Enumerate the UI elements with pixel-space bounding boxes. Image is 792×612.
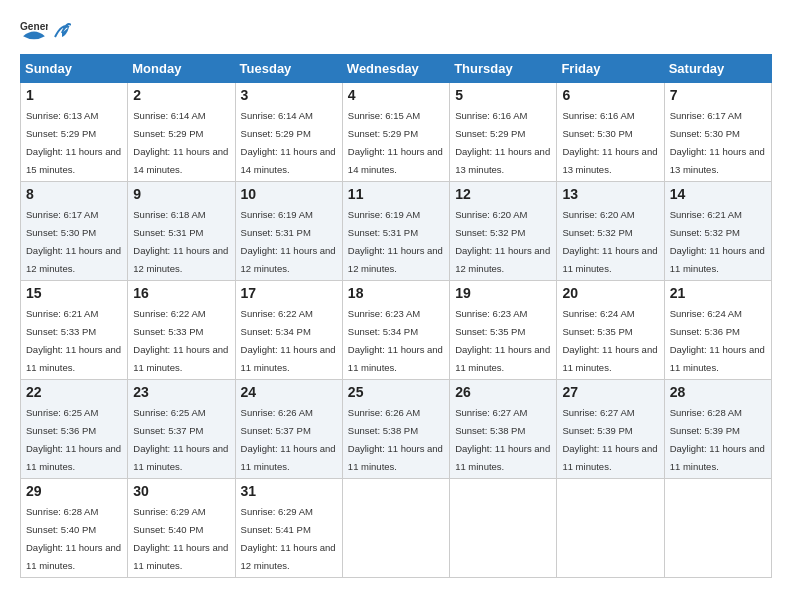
day-info: Sunrise: 6:29 AMSunset: 5:40 PMDaylight:… (133, 506, 228, 571)
day-number: 15 (26, 285, 122, 301)
calendar-cell: 16 Sunrise: 6:22 AMSunset: 5:33 PMDaylig… (128, 281, 235, 380)
day-info: Sunrise: 6:22 AMSunset: 5:34 PMDaylight:… (241, 308, 336, 373)
day-info: Sunrise: 6:18 AMSunset: 5:31 PMDaylight:… (133, 209, 228, 274)
calendar-week-row: 8 Sunrise: 6:17 AMSunset: 5:30 PMDayligh… (21, 182, 772, 281)
day-number: 2 (133, 87, 229, 103)
calendar-cell: 31 Sunrise: 6:29 AMSunset: 5:41 PMDaylig… (235, 479, 342, 578)
calendar-day-header: Thursday (450, 55, 557, 83)
calendar-cell: 19 Sunrise: 6:23 AMSunset: 5:35 PMDaylig… (450, 281, 557, 380)
day-info: Sunrise: 6:23 AMSunset: 5:35 PMDaylight:… (455, 308, 550, 373)
calendar-cell: 28 Sunrise: 6:28 AMSunset: 5:39 PMDaylig… (664, 380, 771, 479)
calendar-header-row: SundayMondayTuesdayWednesdayThursdayFrid… (21, 55, 772, 83)
calendar-week-row: 29 Sunrise: 6:28 AMSunset: 5:40 PMDaylig… (21, 479, 772, 578)
calendar-table: SundayMondayTuesdayWednesdayThursdayFrid… (20, 54, 772, 578)
day-info: Sunrise: 6:25 AMSunset: 5:37 PMDaylight:… (133, 407, 228, 472)
calendar-cell: 12 Sunrise: 6:20 AMSunset: 5:32 PMDaylig… (450, 182, 557, 281)
calendar-cell: 15 Sunrise: 6:21 AMSunset: 5:33 PMDaylig… (21, 281, 128, 380)
day-info: Sunrise: 6:17 AMSunset: 5:30 PMDaylight:… (26, 209, 121, 274)
calendar-cell: 11 Sunrise: 6:19 AMSunset: 5:31 PMDaylig… (342, 182, 449, 281)
calendar-cell: 22 Sunrise: 6:25 AMSunset: 5:36 PMDaylig… (21, 380, 128, 479)
day-info: Sunrise: 6:21 AMSunset: 5:33 PMDaylight:… (26, 308, 121, 373)
calendar-week-row: 22 Sunrise: 6:25 AMSunset: 5:36 PMDaylig… (21, 380, 772, 479)
calendar-cell: 29 Sunrise: 6:28 AMSunset: 5:40 PMDaylig… (21, 479, 128, 578)
day-number: 27 (562, 384, 658, 400)
calendar-cell (557, 479, 664, 578)
day-info: Sunrise: 6:24 AMSunset: 5:36 PMDaylight:… (670, 308, 765, 373)
day-number: 26 (455, 384, 551, 400)
day-number: 11 (348, 186, 444, 202)
calendar-cell: 18 Sunrise: 6:23 AMSunset: 5:34 PMDaylig… (342, 281, 449, 380)
calendar-cell: 10 Sunrise: 6:19 AMSunset: 5:31 PMDaylig… (235, 182, 342, 281)
logo-bird-icon (53, 19, 71, 41)
day-info: Sunrise: 6:29 AMSunset: 5:41 PMDaylight:… (241, 506, 336, 571)
day-number: 13 (562, 186, 658, 202)
calendar-day-header: Tuesday (235, 55, 342, 83)
day-info: Sunrise: 6:21 AMSunset: 5:32 PMDaylight:… (670, 209, 765, 274)
day-number: 7 (670, 87, 766, 103)
day-number: 30 (133, 483, 229, 499)
day-info: Sunrise: 6:14 AMSunset: 5:29 PMDaylight:… (133, 110, 228, 175)
calendar-cell: 13 Sunrise: 6:20 AMSunset: 5:32 PMDaylig… (557, 182, 664, 281)
day-info: Sunrise: 6:17 AMSunset: 5:30 PMDaylight:… (670, 110, 765, 175)
calendar-day-header: Monday (128, 55, 235, 83)
day-number: 9 (133, 186, 229, 202)
day-number: 29 (26, 483, 122, 499)
calendar-cell: 30 Sunrise: 6:29 AMSunset: 5:40 PMDaylig… (128, 479, 235, 578)
day-info: Sunrise: 6:19 AMSunset: 5:31 PMDaylight:… (241, 209, 336, 274)
calendar-day-header: Friday (557, 55, 664, 83)
day-info: Sunrise: 6:26 AMSunset: 5:37 PMDaylight:… (241, 407, 336, 472)
calendar-day-header: Wednesday (342, 55, 449, 83)
day-number: 10 (241, 186, 337, 202)
day-number: 1 (26, 87, 122, 103)
day-number: 21 (670, 285, 766, 301)
day-number: 18 (348, 285, 444, 301)
calendar-cell (342, 479, 449, 578)
day-number: 31 (241, 483, 337, 499)
day-number: 19 (455, 285, 551, 301)
calendar-cell: 2 Sunrise: 6:14 AMSunset: 5:29 PMDayligh… (128, 83, 235, 182)
page: General SundayMondayTuesdayW (0, 0, 792, 612)
calendar-cell: 27 Sunrise: 6:27 AMSunset: 5:39 PMDaylig… (557, 380, 664, 479)
day-number: 6 (562, 87, 658, 103)
day-number: 14 (670, 186, 766, 202)
calendar-cell: 5 Sunrise: 6:16 AMSunset: 5:29 PMDayligh… (450, 83, 557, 182)
calendar-cell: 24 Sunrise: 6:26 AMSunset: 5:37 PMDaylig… (235, 380, 342, 479)
day-info: Sunrise: 6:20 AMSunset: 5:32 PMDaylight:… (455, 209, 550, 274)
svg-text:General: General (20, 21, 48, 32)
calendar-cell: 26 Sunrise: 6:27 AMSunset: 5:38 PMDaylig… (450, 380, 557, 479)
logo-icon: General (20, 16, 48, 44)
day-info: Sunrise: 6:22 AMSunset: 5:33 PMDaylight:… (133, 308, 228, 373)
day-number: 17 (241, 285, 337, 301)
day-info: Sunrise: 6:19 AMSunset: 5:31 PMDaylight:… (348, 209, 443, 274)
calendar-cell: 23 Sunrise: 6:25 AMSunset: 5:37 PMDaylig… (128, 380, 235, 479)
calendar-cell: 4 Sunrise: 6:15 AMSunset: 5:29 PMDayligh… (342, 83, 449, 182)
day-info: Sunrise: 6:23 AMSunset: 5:34 PMDaylight:… (348, 308, 443, 373)
day-info: Sunrise: 6:27 AMSunset: 5:39 PMDaylight:… (562, 407, 657, 472)
day-info: Sunrise: 6:25 AMSunset: 5:36 PMDaylight:… (26, 407, 121, 472)
logo: General (20, 16, 72, 44)
calendar-cell: 20 Sunrise: 6:24 AMSunset: 5:35 PMDaylig… (557, 281, 664, 380)
calendar-cell: 9 Sunrise: 6:18 AMSunset: 5:31 PMDayligh… (128, 182, 235, 281)
day-number: 23 (133, 384, 229, 400)
day-number: 28 (670, 384, 766, 400)
day-number: 16 (133, 285, 229, 301)
calendar-cell: 7 Sunrise: 6:17 AMSunset: 5:30 PMDayligh… (664, 83, 771, 182)
day-number: 4 (348, 87, 444, 103)
day-number: 20 (562, 285, 658, 301)
calendar-cell: 8 Sunrise: 6:17 AMSunset: 5:30 PMDayligh… (21, 182, 128, 281)
day-info: Sunrise: 6:28 AMSunset: 5:39 PMDaylight:… (670, 407, 765, 472)
header: General (20, 16, 772, 44)
calendar-cell (664, 479, 771, 578)
day-number: 12 (455, 186, 551, 202)
day-info: Sunrise: 6:14 AMSunset: 5:29 PMDaylight:… (241, 110, 336, 175)
day-info: Sunrise: 6:16 AMSunset: 5:29 PMDaylight:… (455, 110, 550, 175)
day-info: Sunrise: 6:26 AMSunset: 5:38 PMDaylight:… (348, 407, 443, 472)
calendar-day-header: Saturday (664, 55, 771, 83)
calendar-cell: 1 Sunrise: 6:13 AMSunset: 5:29 PMDayligh… (21, 83, 128, 182)
day-info: Sunrise: 6:27 AMSunset: 5:38 PMDaylight:… (455, 407, 550, 472)
calendar-cell: 14 Sunrise: 6:21 AMSunset: 5:32 PMDaylig… (664, 182, 771, 281)
day-info: Sunrise: 6:28 AMSunset: 5:40 PMDaylight:… (26, 506, 121, 571)
day-info: Sunrise: 6:13 AMSunset: 5:29 PMDaylight:… (26, 110, 121, 175)
day-info: Sunrise: 6:20 AMSunset: 5:32 PMDaylight:… (562, 209, 657, 274)
calendar-cell (450, 479, 557, 578)
